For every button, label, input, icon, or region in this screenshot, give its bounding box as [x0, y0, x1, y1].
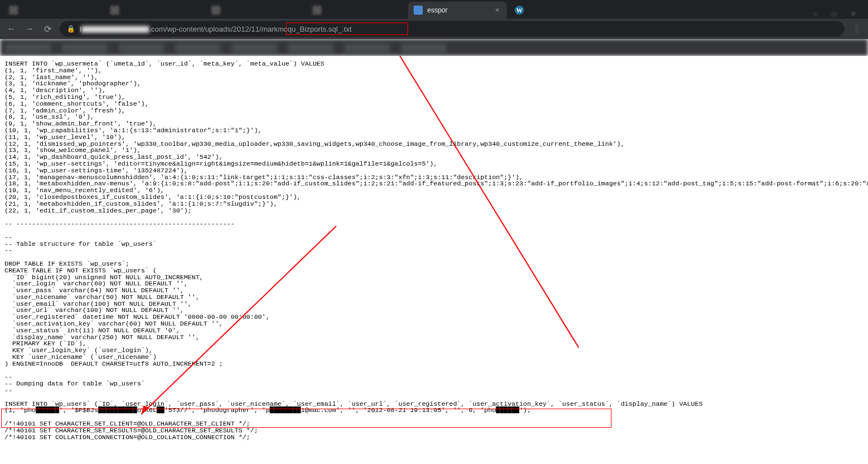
tab-title: esspor [427, 6, 493, 14]
close-window-icon[interactable]: × [849, 11, 858, 19]
url-text: l.com/wp-content/uploads/2012/11/markmcq… [80, 25, 351, 33]
address-bar[interactable]: 🔒 l.com/wp-content/uploads/2012/11/markm… [60, 21, 844, 37]
menu-icon[interactable]: ⋮ [851, 24, 862, 34]
reload-button[interactable]: ⟳ [42, 24, 53, 34]
file-icon [414, 6, 423, 15]
browser-tab[interactable] [3, 2, 102, 19]
browser-tab[interactable]: W [509, 2, 532, 19]
window-controls: − □ × [810, 11, 865, 19]
tab-strip: esspor × W − □ × [0, 0, 868, 19]
minimize-icon[interactable]: − [810, 11, 819, 19]
back-button[interactable]: ← [6, 24, 17, 34]
browser-tab[interactable] [105, 2, 203, 19]
browser-tab-active[interactable]: esspor × [408, 2, 507, 19]
browser-tab[interactable] [307, 2, 406, 19]
browser-toolbar: ← → ⟳ 🔒 l.com/wp-content/uploads/2012/11… [0, 19, 868, 39]
browser-tab[interactable] [206, 2, 305, 19]
wordpress-icon: W [515, 6, 524, 15]
page-content[interactable]: INSERT INTO `wp_usermeta` (`umeta_id`, `… [0, 56, 868, 464]
sql-dump-text: INSERT INTO `wp_usermeta` (`umeta_id`, `… [5, 60, 863, 440]
bookmarks-bar [0, 39, 868, 56]
forward-button[interactable]: → [24, 24, 35, 34]
close-tab-icon[interactable]: × [493, 6, 501, 14]
lock-icon: 🔒 [67, 25, 75, 33]
maximize-icon[interactable]: □ [830, 11, 839, 19]
